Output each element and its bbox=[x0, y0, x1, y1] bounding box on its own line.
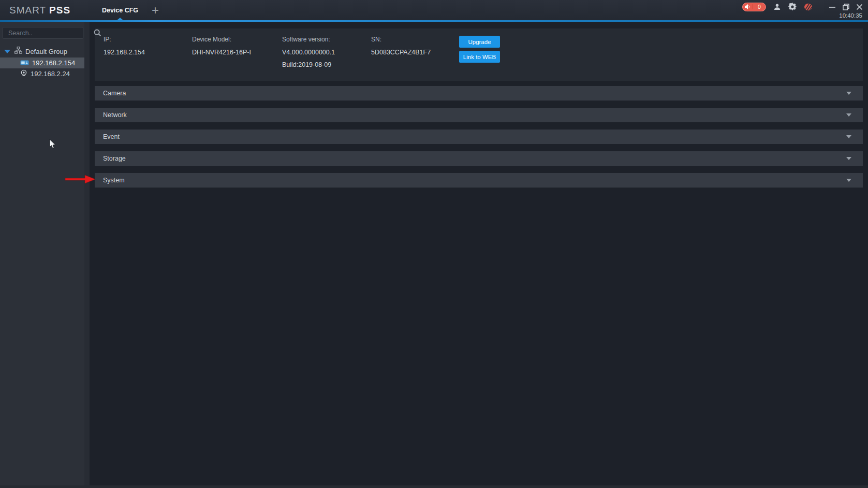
annotation-arrow-system bbox=[64, 174, 96, 186]
brand-smart: SMART bbox=[9, 5, 46, 16]
device-label: 192.168.2.154 bbox=[32, 59, 75, 67]
chevron-down-icon[interactable] bbox=[846, 92, 851, 95]
info-value-sn: 5D083CCPAZ4B1F7 bbox=[371, 49, 459, 56]
section-camera[interactable]: Camera bbox=[95, 86, 863, 101]
restore-button[interactable] bbox=[843, 4, 849, 10]
device-tree-sidebar: Default Group 192.168.2.154 192.168.2.24 bbox=[0, 22, 90, 488]
info-label-software-version: Software version: bbox=[282, 36, 371, 43]
info-value-software-version: V4.000.0000000.1 bbox=[282, 49, 371, 56]
device-cfg-main: IP: 192.168.2.154 Device Model: DHI-NVR4… bbox=[90, 22, 868, 488]
tree-device-192-168-2-24[interactable]: 192.168.2.24 bbox=[0, 68, 84, 79]
mouse-cursor-icon bbox=[49, 139, 56, 152]
device-label: 192.168.2.24 bbox=[31, 70, 70, 78]
camera-device-icon bbox=[20, 69, 27, 79]
device-tree: Default Group 192.168.2.154 192.168.2.24 bbox=[0, 45, 90, 79]
device-info-panel: IP: 192.168.2.154 Device Model: DHI-NVR4… bbox=[95, 28, 863, 81]
alarm-count: 0 bbox=[753, 3, 766, 11]
section-event-label: Event bbox=[103, 133, 120, 140]
group-label: Default Group bbox=[25, 48, 67, 55]
sidebar-scrollbar[interactable] bbox=[84, 22, 90, 488]
expand-caret-icon[interactable] bbox=[4, 50, 10, 53]
section-storage-label: Storage bbox=[103, 155, 126, 162]
info-label-sn: SN: bbox=[371, 36, 459, 43]
chevron-down-icon[interactable] bbox=[846, 113, 851, 117]
user-icon[interactable] bbox=[773, 3, 781, 11]
section-event[interactable]: Event bbox=[95, 130, 863, 144]
title-bar: SMART PSS Device CFG + 0 bbox=[0, 0, 868, 22]
info-label-device-model: Device Model: bbox=[192, 36, 282, 43]
section-network[interactable]: Network bbox=[95, 108, 863, 122]
window-bottom-edge bbox=[0, 485, 868, 488]
titlebar-controls: 0 bbox=[742, 2, 863, 12]
add-tab-button[interactable]: + bbox=[148, 3, 163, 18]
speaker-icon bbox=[743, 4, 753, 9]
close-button[interactable] bbox=[856, 4, 863, 10]
minimize-button[interactable] bbox=[829, 4, 836, 10]
link-to-web-button[interactable]: Link to WEB bbox=[459, 51, 500, 63]
search-icon[interactable] bbox=[94, 29, 101, 37]
smartpss-window: SMART PSS Device CFG + 0 bbox=[0, 0, 868, 488]
performance-gauge-icon[interactable] bbox=[804, 3, 813, 11]
info-value-ip: 192.168.2.154 bbox=[104, 49, 192, 56]
upgrade-button[interactable]: Upgrade bbox=[459, 36, 500, 48]
search-box[interactable] bbox=[3, 27, 83, 39]
group-icon bbox=[14, 47, 22, 56]
clock: 10:40:35 bbox=[839, 12, 862, 19]
chevron-down-icon[interactable] bbox=[846, 135, 851, 138]
brand-pss: PSS bbox=[49, 5, 70, 16]
tree-group-default-group[interactable]: Default Group bbox=[0, 45, 90, 58]
section-camera-label: Camera bbox=[103, 90, 126, 97]
app-logo: SMART PSS bbox=[9, 5, 70, 16]
active-tab-notch bbox=[117, 18, 123, 20]
info-value-device-model: DHI-NVR4216-16P-I bbox=[192, 49, 282, 56]
section-system-label: System bbox=[103, 177, 125, 184]
tree-device-192-168-2-154[interactable]: 192.168.2.154 bbox=[0, 58, 84, 68]
chevron-down-icon[interactable] bbox=[846, 157, 851, 160]
config-sections: Camera Network Event Storage System bbox=[95, 86, 863, 188]
settings-gear-icon[interactable] bbox=[788, 3, 797, 11]
section-system[interactable]: System bbox=[95, 173, 863, 188]
info-value-build: Build:2019-08-09 bbox=[282, 61, 371, 68]
chevron-down-icon[interactable] bbox=[846, 179, 851, 182]
nvr-device-icon bbox=[20, 59, 29, 68]
search-input[interactable] bbox=[3, 30, 94, 37]
tab-device-cfg-label: Device CFG bbox=[102, 7, 138, 14]
alarm-indicator[interactable]: 0 bbox=[742, 3, 766, 11]
section-storage[interactable]: Storage bbox=[95, 151, 863, 166]
info-label-ip: IP: bbox=[104, 36, 192, 43]
topbar-accent-line bbox=[0, 20, 868, 22]
section-network-label: Network bbox=[103, 111, 127, 119]
